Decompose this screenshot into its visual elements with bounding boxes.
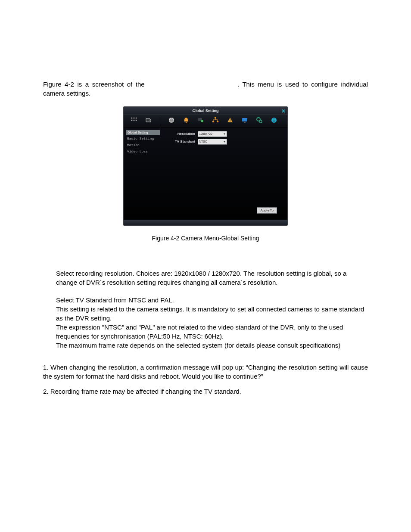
chevron-down-icon: ▼ (223, 140, 226, 143)
window-title: Global Setting (192, 108, 218, 114)
resolution-paragraph: Select recording resolution. Choices are… (56, 269, 368, 287)
note-2: 2. Recording frame rate may be affected … (43, 387, 368, 396)
sidebar-item-motion[interactable]: Motion (126, 142, 160, 148)
titlebar: Global Setting ✕ (124, 107, 287, 115)
tvstd-line4: The maximum frame rate depends on the se… (56, 341, 368, 350)
svg-point-19 (259, 120, 262, 123)
svg-rect-17 (244, 122, 246, 123)
apply-to-button[interactable]: Apply To (257, 207, 277, 214)
sidebar-item-basic[interactable]: Basic Setting (126, 135, 160, 142)
svg-point-0 (131, 118, 133, 119)
svg-point-3 (131, 120, 133, 121)
content-area: Global Setting Basic Setting Motion Vide… (124, 128, 287, 220)
camera-single-icon[interactable] (145, 117, 152, 125)
toolbar (124, 115, 287, 128)
bell-icon[interactable] (183, 117, 190, 125)
intro-paragraph: Figure 4-2 is a screenshot of the . This… (0, 80, 411, 98)
svg-point-8 (186, 122, 187, 123)
tvstandard-label: TV Standard (170, 139, 195, 144)
svg-point-5 (136, 120, 137, 121)
svg-rect-14 (230, 119, 230, 121)
resolution-label: Resolution (170, 131, 195, 136)
info-icon[interactable] (271, 117, 277, 125)
svg-rect-22 (274, 118, 274, 119)
tvstd-line3: The expression "NTSC" and "PAL" are not … (56, 323, 368, 341)
svg-point-10 (201, 120, 203, 122)
svg-rect-16 (242, 118, 247, 121)
sidebar-header: Global Setting (126, 130, 160, 135)
tvstd-line1: Select TV Standard from NTSC and PAL. (56, 296, 368, 305)
warning-icon[interactable] (227, 117, 234, 125)
svg-rect-15 (230, 121, 230, 122)
record-check-icon[interactable] (197, 117, 204, 125)
close-icon[interactable]: ✕ (281, 108, 286, 115)
toolbar-separator (160, 117, 160, 125)
globe-icon[interactable] (168, 117, 175, 125)
tvstd-line2: This setting is related to the camera se… (56, 305, 368, 323)
sidebar-item-videoloss[interactable]: Video Loss (126, 148, 160, 155)
svg-rect-12 (212, 121, 214, 122)
svg-point-6 (149, 119, 151, 121)
svg-rect-11 (215, 117, 216, 118)
chevron-down-icon: ▼ (223, 132, 226, 136)
monitor-icon[interactable] (241, 117, 248, 125)
intro-a: Figure 4-2 is a screenshot of the (43, 81, 148, 88)
gear-icon[interactable] (256, 117, 263, 125)
form-area: Resolution 1280x720 ▼ TV Standard NTSC ▼… (160, 129, 285, 220)
resolution-select[interactable]: 1280x720 ▼ (198, 131, 227, 137)
app-window: Global Setting ✕ (123, 106, 288, 226)
network-icon[interactable] (212, 117, 219, 125)
camera-grid-icon[interactable] (131, 117, 137, 125)
notes: 1. When changing the resolution, a confi… (0, 363, 411, 396)
figure-caption: Figure 4-2 Camera Menu-Global Setting (0, 234, 411, 243)
svg-rect-13 (217, 121, 218, 122)
tvstandard-select[interactable]: NTSC ▼ (198, 139, 227, 145)
status-bar (124, 220, 287, 225)
sidebar: Global Setting Basic Setting Motion Vide… (126, 130, 160, 220)
svg-point-4 (134, 120, 135, 121)
resolution-value: 1280x720 (199, 132, 212, 136)
svg-rect-21 (274, 120, 274, 122)
svg-point-2 (136, 118, 137, 119)
tvstandard-value: NTSC (199, 140, 207, 144)
body-text: Select recording resolution. Choices are… (0, 269, 411, 350)
svg-point-1 (134, 118, 135, 119)
note-1: 1. When changing the resolution, a confi… (43, 363, 368, 381)
